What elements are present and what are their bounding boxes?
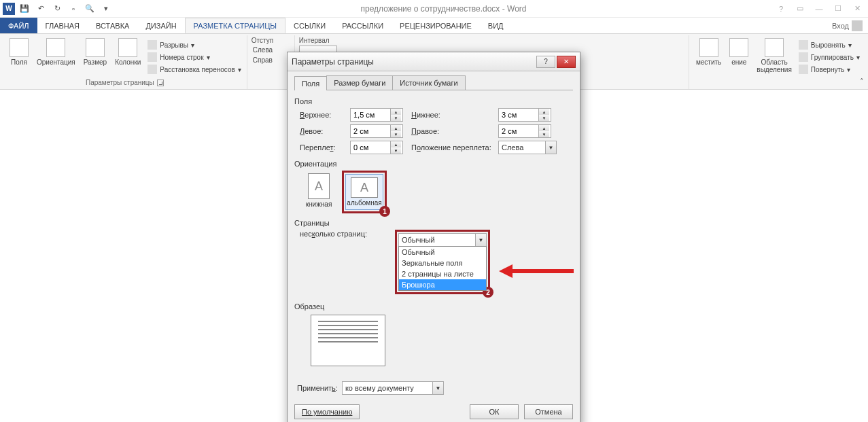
dd-item-two-per-sheet[interactable]: 2 страницы на листе xyxy=(399,268,486,279)
input-left[interactable]: ▲▼ xyxy=(350,124,403,138)
indent-left-control[interactable]: Слева xyxy=(251,46,274,54)
rotate-icon xyxy=(799,65,808,74)
page-setup-launcher[interactable] xyxy=(157,80,164,86)
ribbon-options-icon[interactable]: ▭ xyxy=(795,4,805,13)
label-top: Верхнее: xyxy=(300,111,345,119)
quick-access-toolbar: 💾 ↶ ↻ ▫ 🔍 ▾ xyxy=(19,3,111,14)
maximize-icon[interactable]: ☐ xyxy=(833,4,844,13)
dialog-tabs: Поля Размер бумаги Источник бумаги xyxy=(294,75,573,90)
label-left: Левое: xyxy=(300,127,345,135)
orientation-portrait[interactable]: A книжная xyxy=(300,171,338,211)
app-icon: W xyxy=(3,3,15,15)
label-apply-to: Применить: xyxy=(297,384,338,392)
input-bottom[interactable]: ▲▼ xyxy=(498,108,551,122)
tab-view[interactable]: ВИД xyxy=(480,18,512,33)
tab-insert[interactable]: ВСТАВКА xyxy=(88,18,137,33)
ribbon-tabs: ФАЙЛ ГЛАВНАЯ ВСТАВКА ДИЗАЙН РАЗМЕТКА СТР… xyxy=(0,18,868,34)
landscape-icon: A xyxy=(351,177,378,198)
input-gutter[interactable]: ▲▼ xyxy=(350,141,403,154)
combo-multiple-pages[interactable]: Обычный ▼ xyxy=(398,233,487,247)
tab-references[interactable]: ССЫЛКИ xyxy=(285,18,334,33)
label-gutter-pos: Положение переплета: xyxy=(411,143,493,152)
portrait-icon: A xyxy=(308,173,330,199)
qat-dropdown-icon[interactable]: ▾ xyxy=(101,3,111,14)
wrap-text-button[interactable]: ение xyxy=(727,37,751,67)
new-doc-icon[interactable]: ▫ xyxy=(68,3,79,14)
title-bar: W 💾 ↶ ↻ ▫ 🔍 ▾ предложение о сотрудничест… xyxy=(0,0,868,18)
highlight-landscape: A альбомная 1 xyxy=(342,171,387,213)
dialog-help-icon[interactable]: ? xyxy=(536,56,555,68)
group-button[interactable]: Группировать ▾ xyxy=(797,52,861,63)
dialog-tab-paper[interactable]: Размер бумаги xyxy=(326,75,393,90)
button-default[interactable]: По умолчанию xyxy=(294,404,360,419)
sample-preview xyxy=(311,315,385,366)
collapse-ribbon-icon[interactable]: ˄ xyxy=(860,77,864,86)
dd-item-mirror[interactable]: Зеркальные поля xyxy=(399,258,486,268)
label-gutter: Переплет: xyxy=(300,143,345,152)
hyphenation-icon xyxy=(147,65,157,74)
help-icon[interactable]: ? xyxy=(776,5,786,13)
redo-icon[interactable]: ↻ xyxy=(52,3,63,14)
input-top[interactable]: ▲▼ xyxy=(350,108,403,122)
selection-pane-button[interactable]: Область выделения xyxy=(754,37,794,75)
dialog-title: Параметры страницы xyxy=(292,57,374,67)
label-multiple-pages: несколько страниц: xyxy=(300,230,388,238)
dd-item-booklet[interactable]: Брошюра xyxy=(399,279,486,290)
margins-button[interactable]: Поля xyxy=(7,37,31,67)
tab-review[interactable]: РЕЦЕНЗИРОВАНИЕ xyxy=(392,18,480,33)
tab-file[interactable]: ФАЙЛ xyxy=(0,18,37,33)
indent-heading: Отступ xyxy=(251,37,276,44)
spacing-heading: Интервал xyxy=(299,37,332,44)
section-sample: Образец xyxy=(294,302,573,311)
minimize-icon[interactable]: — xyxy=(814,5,824,13)
group-icon xyxy=(799,52,808,62)
indent-right-control[interactable]: Справ xyxy=(251,56,274,65)
columns-button[interactable]: Колонки xyxy=(112,37,143,67)
tab-page-layout[interactable]: РАЗМЕТКА СТРАНИЦЫ xyxy=(185,18,285,33)
page-setup-dialog: Параметры страницы ? ✕ Поля Размер бумаг… xyxy=(287,52,580,422)
undo-icon[interactable]: ↶ xyxy=(35,3,46,14)
dd-item-normal[interactable]: Обычный xyxy=(399,247,486,258)
login-label: Вход xyxy=(832,22,849,30)
line-numbers-button[interactable]: Номера строк ▾ xyxy=(146,52,242,63)
orientation-landscape[interactable]: A альбомная xyxy=(345,174,383,210)
print-preview-icon[interactable]: 🔍 xyxy=(84,3,95,14)
hyphenation-button[interactable]: Расстановка переносов ▾ xyxy=(146,64,242,75)
label-right: Правое: xyxy=(411,127,493,135)
dialog-titlebar[interactable]: Параметры страницы ? ✕ xyxy=(288,52,580,71)
size-button[interactable]: Размер xyxy=(81,37,109,67)
highlight-multipages: Обычный ▼ Обычный Зеркальные поля 2 стра… xyxy=(395,230,490,294)
page-setup-group-label: Параметры страницы xyxy=(86,79,154,86)
window-title: предложение о сотрудничестве.docx - Word xyxy=(111,4,776,14)
account-login[interactable]: Вход xyxy=(827,18,868,33)
button-cancel[interactable]: Отмена xyxy=(524,404,573,419)
section-margins: Поля xyxy=(294,97,573,105)
dialog-close-icon[interactable]: ✕ xyxy=(557,56,576,68)
breaks-button[interactable]: Разрывы ▾ xyxy=(146,39,242,50)
dialog-tab-source[interactable]: Источник бумаги xyxy=(392,75,465,90)
section-pages: Страницы xyxy=(294,219,573,227)
tab-home[interactable]: ГЛАВНАЯ xyxy=(37,18,88,33)
chevron-down-icon[interactable]: ▼ xyxy=(545,141,556,154)
tab-design[interactable]: ДИЗАЙН xyxy=(137,18,184,33)
orientation-button[interactable]: Ориентация xyxy=(34,37,78,67)
combo-gutter-pos[interactable]: Слева▼ xyxy=(498,141,557,154)
dropdown-list: Обычный Зеркальные поля 2 страницы на ли… xyxy=(398,246,487,291)
avatar-icon xyxy=(852,20,863,31)
tab-mailings[interactable]: РАССЫЛКИ xyxy=(334,18,392,33)
section-orientation: Ориентация xyxy=(294,160,573,168)
combo-apply-to[interactable]: ко всему документу▼ xyxy=(342,381,444,395)
input-right[interactable]: ▲▼ xyxy=(498,124,551,138)
dialog-tab-margins[interactable]: Поля xyxy=(294,76,327,90)
button-ok[interactable]: ОК xyxy=(470,404,519,419)
line-numbers-icon xyxy=(147,52,157,62)
rotate-button[interactable]: Повернуть ▾ xyxy=(797,64,861,75)
chevron-down-icon[interactable]: ▼ xyxy=(432,382,443,394)
breaks-icon xyxy=(147,40,157,50)
label-bottom: Нижнее: xyxy=(411,111,493,119)
close-icon[interactable]: ✕ xyxy=(852,4,863,13)
align-button[interactable]: Выровнять ▾ xyxy=(797,39,861,50)
position-button[interactable]: местить xyxy=(693,37,724,67)
chevron-down-icon[interactable]: ▼ xyxy=(475,234,486,246)
save-icon[interactable]: 💾 xyxy=(19,3,30,14)
